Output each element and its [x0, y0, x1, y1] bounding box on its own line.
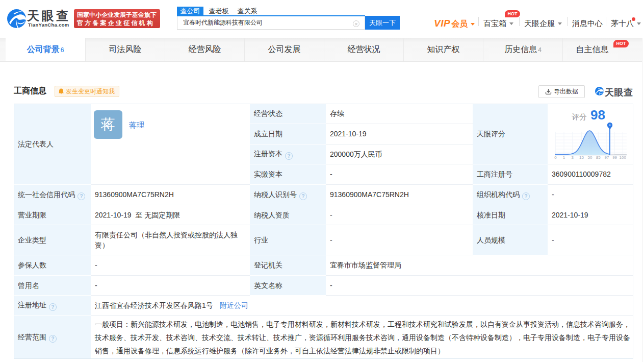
svg-text:0: 0: [554, 155, 557, 160]
svg-text:1: 1: [563, 155, 565, 160]
svg-text:99: 99: [612, 155, 617, 160]
svg-text:3: 3: [571, 155, 574, 160]
svg-text:97: 97: [604, 155, 609, 160]
svg-text:50: 50: [587, 155, 592, 160]
svg-text:15: 15: [579, 155, 584, 160]
svg-text:100: 100: [620, 155, 627, 160]
svg-text:85: 85: [596, 155, 601, 160]
